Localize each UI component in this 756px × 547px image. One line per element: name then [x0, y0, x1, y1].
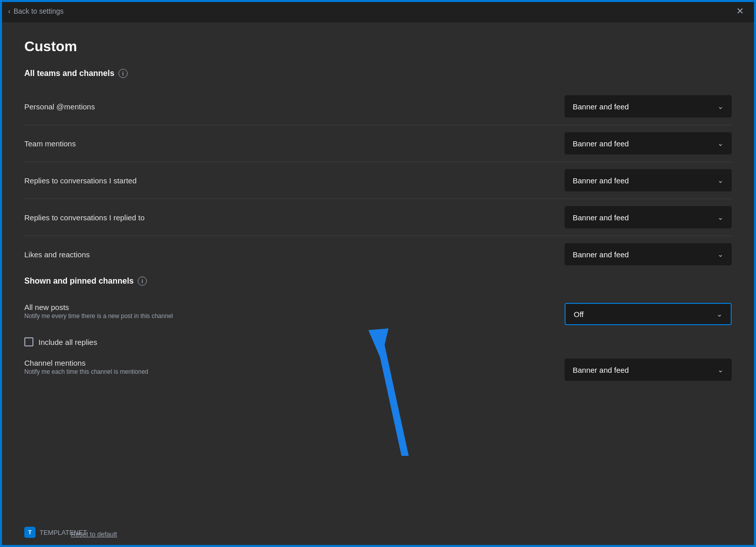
replies-started-row: Replies to conversations I started Banne…: [24, 162, 732, 199]
all-teams-header: All teams and channels i: [24, 69, 732, 78]
all-new-posts-value: Off: [574, 310, 584, 319]
likes-reactions-dropdown[interactable]: Banner and feed ⌄: [565, 243, 732, 265]
team-mentions-value: Banner and feed: [573, 139, 629, 148]
channel-mentions-text: Channel mentions Notify me each time thi…: [24, 359, 148, 375]
all-new-posts-dropdown[interactable]: Off ⌄: [565, 303, 732, 325]
replies-started-chevron: ⌄: [718, 176, 724, 184]
likes-reactions-row: Likes and reactions Banner and feed ⌄: [24, 236, 732, 272]
shown-info-icon[interactable]: i: [138, 277, 147, 286]
team-mentions-label: Team mentions: [24, 139, 76, 148]
channel-mentions-sublabel: Notify me each time this channel is ment…: [24, 368, 148, 375]
likes-reactions-chevron: ⌄: [718, 250, 724, 258]
replies-started-label: Replies to conversations I started: [24, 176, 137, 185]
personal-mentions-chevron: ⌄: [718, 102, 724, 110]
watermark-logo: T: [24, 527, 35, 538]
back-button[interactable]: ‹ Back to settings: [8, 7, 64, 15]
all-teams-header-label: All teams and channels: [24, 69, 114, 78]
close-button[interactable]: ✕: [732, 4, 748, 19]
personal-mentions-label: Personal @mentions: [24, 102, 95, 111]
replies-replied-value: Banner and feed: [573, 213, 629, 222]
all-new-posts-label: All new posts: [24, 303, 173, 311]
replies-started-dropdown[interactable]: Banner and feed ⌄: [565, 169, 732, 191]
channel-mentions-chevron: ⌄: [718, 366, 724, 374]
team-mentions-row: Team mentions Banner and feed ⌄: [24, 125, 732, 162]
replies-replied-chevron: ⌄: [718, 213, 724, 221]
team-mentions-dropdown[interactable]: Banner and feed ⌄: [565, 132, 732, 154]
shown-section: Shown and pinned channels i All new post…: [24, 277, 732, 388]
back-arrow-icon: ‹: [8, 7, 11, 15]
all-teams-section: All teams and channels i Personal @menti…: [24, 69, 732, 272]
include-replies-row: Include all replies: [24, 332, 732, 351]
all-new-posts-row: All new posts Notify me every time there…: [24, 296, 732, 332]
likes-reactions-label: Likes and reactions: [24, 250, 90, 259]
team-mentions-chevron: ⌄: [718, 139, 724, 147]
channel-mentions-label: Channel mentions: [24, 359, 148, 367]
replies-replied-dropdown[interactable]: Banner and feed ⌄: [565, 206, 732, 228]
all-new-posts-chevron: ⌄: [717, 310, 723, 318]
personal-mentions-row: Personal @mentions Banner and feed ⌄: [24, 88, 732, 125]
shown-header-label: Shown and pinned channels: [24, 277, 134, 286]
page-title: Custom: [24, 38, 732, 55]
channel-mentions-dropdown[interactable]: Banner and feed ⌄: [565, 359, 732, 381]
replies-replied-row: Replies to conversations I replied to Ba…: [24, 199, 732, 236]
channel-mentions-value: Banner and feed: [573, 366, 629, 374]
channel-mentions-row: Channel mentions Notify me each time thi…: [24, 351, 732, 388]
replies-started-value: Banner and feed: [573, 176, 629, 185]
include-replies-label: Include all replies: [38, 338, 97, 346]
all-teams-info-icon[interactable]: i: [118, 69, 128, 78]
back-label: Back to settings: [14, 7, 64, 15]
likes-reactions-value: Banner and feed: [573, 250, 629, 259]
all-new-posts-sublabel: Notify me every time there is a new post…: [24, 312, 173, 320]
main-content: Custom All teams and channels i Personal…: [0, 22, 756, 418]
shown-section-header: Shown and pinned channels i: [24, 277, 732, 286]
personal-mentions-dropdown[interactable]: Banner and feed ⌄: [565, 95, 732, 118]
include-replies-checkbox[interactable]: [24, 337, 33, 346]
personal-mentions-value: Banner and feed: [573, 102, 629, 111]
all-new-posts-text: All new posts Notify me every time there…: [24, 303, 173, 320]
title-bar: ‹ Back to settings ✕: [0, 0, 756, 22]
reset-default-link[interactable]: Reset to default: [71, 530, 117, 538]
replies-replied-label: Replies to conversations I replied to: [24, 213, 145, 222]
